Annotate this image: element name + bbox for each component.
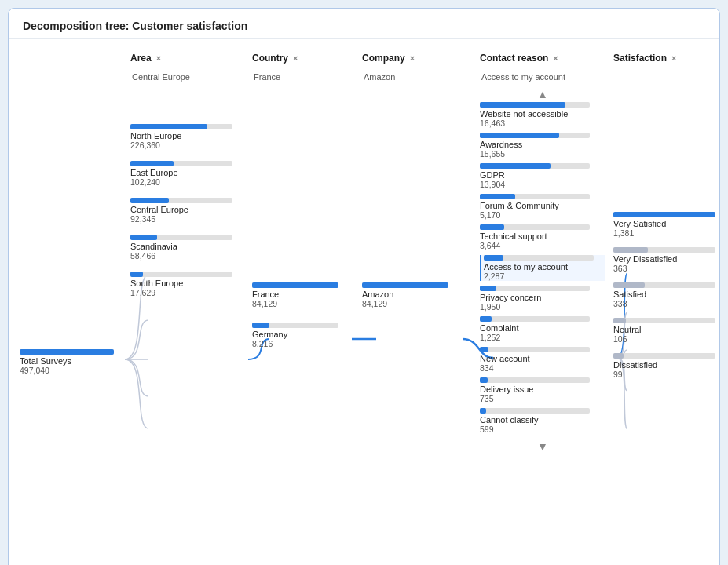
contact-access-label: Access to my account — [484, 262, 605, 272]
company-close-btn[interactable]: × — [410, 53, 415, 63]
contact-tech-label: Technical support — [480, 231, 605, 241]
north-bar — [130, 124, 207, 129]
contact-newaccount-label: New account — [480, 354, 605, 363]
contact-newaccount[interactable]: New account 834 — [480, 347, 605, 373]
card-title: Decomposition tree: Customer satisfactio… — [9, 9, 719, 39]
north-bar-container — [130, 124, 232, 129]
neutral-value: 106 — [613, 334, 719, 344]
north-label: North Europe — [130, 131, 248, 140]
sat-satisfied[interactable]: Satisfied 338 — [613, 282, 719, 308]
contact-privacy-value: 1,950 — [480, 302, 605, 312]
root-value: 497,040 — [20, 366, 130, 375]
area-south-europe[interactable]: South Europe 17,629 — [130, 272, 248, 297]
contact-website[interactable]: Website not accessible 16,463 — [480, 102, 605, 128]
area-east-europe[interactable]: East Europe 102,240 — [130, 161, 248, 187]
contact-delivery-label: Delivery issue — [480, 385, 605, 394]
sat-very-dissatisfied[interactable]: Very Dissatisfied 363 — [613, 247, 719, 273]
card: Decomposition tree: Customer satisfactio… — [8, 8, 720, 565]
area-scandinavia[interactable]: Scandinavia 58,466 — [130, 235, 248, 261]
neutral-label: Neutral — [613, 325, 719, 334]
company-amazon[interactable]: Amazon 84,129 — [362, 282, 464, 308]
contact-gdpr-label: GDPR — [480, 170, 605, 180]
column-contact: Contact reason × Access to my account ▲ … — [480, 39, 605, 454]
contact-delivery[interactable]: Delivery issue 735 — [480, 377, 605, 403]
contact-awardness-label: Awardness — [480, 140, 605, 149]
contact-forum-value: 5,170 — [480, 210, 605, 220]
contact-forum[interactable]: Forum & Community 5,170 — [480, 194, 605, 220]
satisfaction-close-btn[interactable]: × — [671, 53, 676, 63]
contact-header: Contact reason × — [480, 39, 605, 71]
germany-value: 8,216 — [252, 339, 354, 348]
country-close-btn[interactable]: × — [293, 53, 298, 63]
contact-classify-value: 599 — [480, 425, 605, 434]
sat-neutral[interactable]: Neutral 106 — [613, 318, 719, 344]
company-label: Company — [362, 53, 405, 64]
germany-bar-container — [252, 323, 338, 328]
column-satisfaction: Satisfaction × Very Satisfied 1,381 Very… — [613, 39, 719, 384]
area-close-btn[interactable]: × — [156, 53, 161, 63]
satisfaction-filter — [613, 72, 719, 82]
contact-close-btn[interactable]: × — [553, 53, 558, 63]
country-germany[interactable]: Germany 8,216 — [252, 323, 354, 348]
contact-privacy[interactable]: Privacy concern 1,950 — [480, 286, 605, 312]
contact-tech[interactable]: Technical support 3,644 — [480, 224, 605, 250]
very-dissatisfied-label: Very Dissatisfied — [613, 254, 719, 264]
sat-very-satisfied[interactable]: Very Satisfied 1,381 — [613, 212, 719, 238]
scandi-bar — [130, 235, 157, 240]
contact-scroll-up[interactable]: ▲ — [480, 86, 605, 102]
contact-gdpr[interactable]: GDPR 13,904 — [480, 163, 605, 189]
area-north-europe[interactable]: North Europe 226,360 — [130, 124, 248, 150]
contact-forum-label: Forum & Community — [480, 201, 605, 210]
contact-complaint[interactable]: Complaint 1,252 — [480, 316, 605, 342]
contact-privacy-label: Privacy concern — [480, 293, 605, 302]
amazon-bar-container — [362, 282, 448, 288]
satisfaction-header: Satisfaction × — [613, 39, 719, 71]
country-header: Country × — [252, 39, 354, 71]
east-value: 102,240 — [130, 177, 248, 187]
country-label: Country — [252, 53, 288, 64]
contact-newaccount-value: 834 — [480, 363, 605, 373]
germany-bar — [252, 323, 269, 328]
scandi-bar-container — [130, 235, 232, 240]
contact-classify[interactable]: Cannot classify 599 — [480, 408, 605, 434]
south-label: South Europe — [130, 279, 248, 288]
south-bar-container — [130, 272, 232, 277]
root-bar-container — [20, 349, 114, 355]
contact-gdpr-value: 13,904 — [480, 180, 605, 189]
france-value: 84,129 — [252, 299, 354, 308]
central-value: 92,345 — [130, 214, 248, 224]
east-bar — [130, 161, 174, 166]
scandi-label: Scandinavia — [130, 242, 248, 251]
very-dissatisfied-value: 363 — [613, 264, 719, 273]
france-label: France — [252, 290, 354, 299]
contact-access[interactable]: Access to my account 2,287 — [480, 255, 605, 281]
satisfied-value: 338 — [613, 299, 719, 308]
contact-complaint-label: Complaint — [480, 323, 605, 333]
satisfied-label: Satisfied — [613, 290, 719, 299]
contact-awardness-value: 15,655 — [480, 149, 605, 159]
sat-dissatisfied[interactable]: Dissatisfied 99 — [613, 353, 719, 379]
root-node: Total Surveys 497,040 — [20, 349, 130, 375]
very-satisfied-value: 1,381 — [613, 228, 719, 238]
country-france[interactable]: France 84,129 — [252, 282, 354, 308]
area-filter: Central Europe — [130, 72, 248, 82]
company-header: Company × — [362, 39, 464, 71]
root-bar — [20, 349, 114, 355]
dissatisfied-label: Dissatisfied — [613, 360, 719, 370]
contact-tech-value: 3,644 — [480, 241, 605, 250]
contact-classify-label: Cannot classify — [480, 415, 605, 425]
central-bar-container — [130, 198, 232, 203]
area-central-europe[interactable]: Central Europe 92,345 — [130, 198, 248, 224]
satisfaction-label: Satisfaction — [613, 53, 667, 64]
contact-website-label: Website not accessible — [480, 109, 605, 118]
amazon-label: Amazon — [362, 290, 464, 299]
tree-area: Total Surveys 497,040 Area × Central Eur… — [9, 39, 719, 565]
contact-access-value: 2,287 — [484, 272, 605, 281]
area-label: Area — [130, 53, 152, 64]
south-bar — [130, 272, 143, 277]
contact-scroll-down[interactable]: ▼ — [480, 439, 605, 454]
central-bar — [130, 198, 169, 203]
contact-awardness[interactable]: Awardness 15,655 — [480, 133, 605, 159]
root-label: Total Surveys — [20, 356, 130, 366]
country-filter: France — [252, 72, 354, 82]
